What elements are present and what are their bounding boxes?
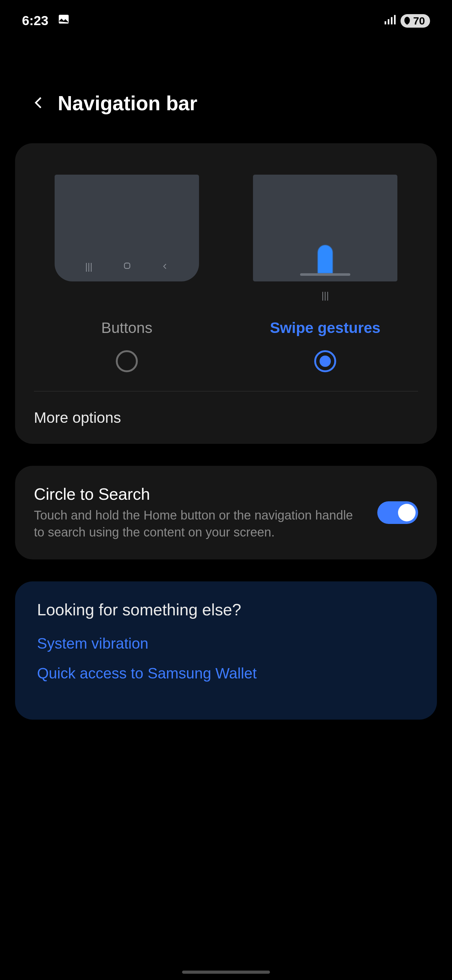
radio-swipe[interactable] <box>314 350 336 372</box>
signal-icon <box>384 13 396 29</box>
more-options-label: More options <box>34 409 121 426</box>
nav-type-card: ||| Buttons ||| Swipe gestures <box>15 143 437 444</box>
svg-rect-2 <box>388 19 390 24</box>
radio-buttons[interactable] <box>116 350 138 372</box>
related-card: Looking for something else? System vibra… <box>15 581 437 720</box>
battery-level: 70 <box>413 15 425 27</box>
back-icon[interactable] <box>32 95 46 111</box>
svg-rect-5 <box>124 263 130 268</box>
status-bar: 6:23 70 <box>0 0 452 35</box>
nav-type-label-buttons: Buttons <box>102 319 152 336</box>
related-heading: Looking for something else? <box>37 600 415 619</box>
page-title: Navigation bar <box>58 92 197 115</box>
svg-rect-1 <box>385 21 386 24</box>
more-options-row[interactable]: More options <box>15 391 437 444</box>
page-header: Navigation bar <box>0 35 452 143</box>
nav-type-label-swipe: Swipe gestures <box>270 319 381 336</box>
gesture-handle-icon <box>300 273 350 276</box>
status-time: 6:23 <box>22 13 48 28</box>
cts-toggle[interactable] <box>377 501 418 524</box>
svg-rect-4 <box>394 15 396 24</box>
recents-glyph-icon: ||| <box>85 261 92 272</box>
nav-type-option-buttons[interactable]: ||| Buttons <box>55 175 199 372</box>
recents-strip-icon: ||| <box>322 290 329 303</box>
nav-preview-buttons: ||| <box>55 175 199 282</box>
nav-type-option-swipe[interactable]: ||| Swipe gestures <box>253 175 397 372</box>
circle-to-search-row[interactable]: Circle to Search Touch and hold the Home… <box>15 466 437 559</box>
related-link-samsung-wallet[interactable]: Quick access to Samsung Wallet <box>37 665 415 682</box>
cts-title: Circle to Search <box>34 485 365 504</box>
picture-icon <box>57 13 70 29</box>
battery-pill: 70 <box>401 14 430 28</box>
home-indicator[interactable] <box>182 970 270 974</box>
home-glyph-icon <box>123 261 131 272</box>
nav-preview-swipe <box>253 175 397 282</box>
back-glyph-icon <box>162 261 168 272</box>
gesture-glow-icon <box>318 245 333 273</box>
related-link-system-vibration[interactable]: System vibration <box>37 635 415 652</box>
svg-rect-3 <box>391 17 393 24</box>
cts-description: Touch and hold the Home button or the na… <box>34 507 365 541</box>
